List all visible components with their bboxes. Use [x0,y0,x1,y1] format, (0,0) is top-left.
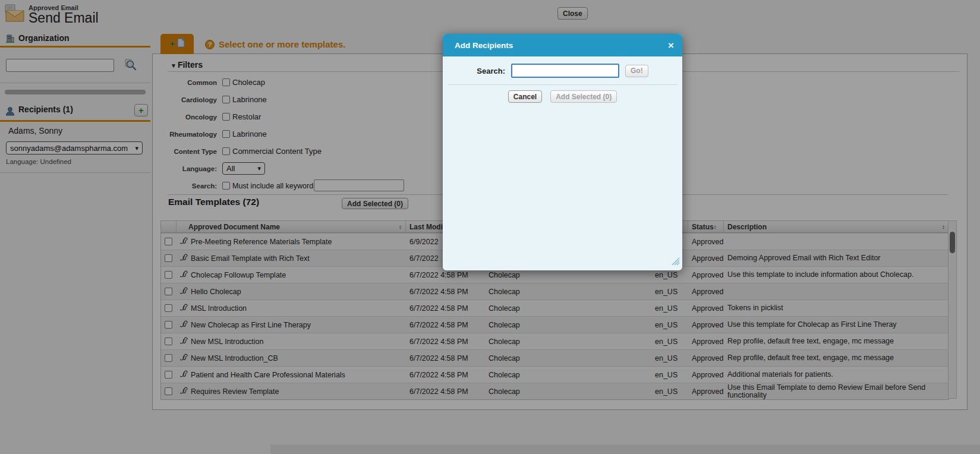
resize-handle-icon[interactable] [672,257,680,268]
cancel-button[interactable]: Cancel [508,90,542,103]
modal-search-row: Search: Go! [443,64,682,78]
modal-search-input[interactable] [511,64,619,78]
modal-button-row: Cancel Add Selected (0) [443,90,682,103]
modal-divider [448,84,678,85]
send-email-page: Approved Email Send Email Close Organiza… [0,0,980,454]
go-button[interactable]: Go! [625,65,648,77]
modal-title: Add Recipients [455,41,513,50]
add-recipients-modal: Add Recipients × Search: Go! Cancel Add … [443,34,682,270]
modal-search-label: Search: [477,67,505,75]
modal-add-selected-button[interactable]: Add Selected (0) [550,90,617,103]
modal-header: Add Recipients × [443,34,682,56]
close-icon[interactable]: × [668,40,674,51]
